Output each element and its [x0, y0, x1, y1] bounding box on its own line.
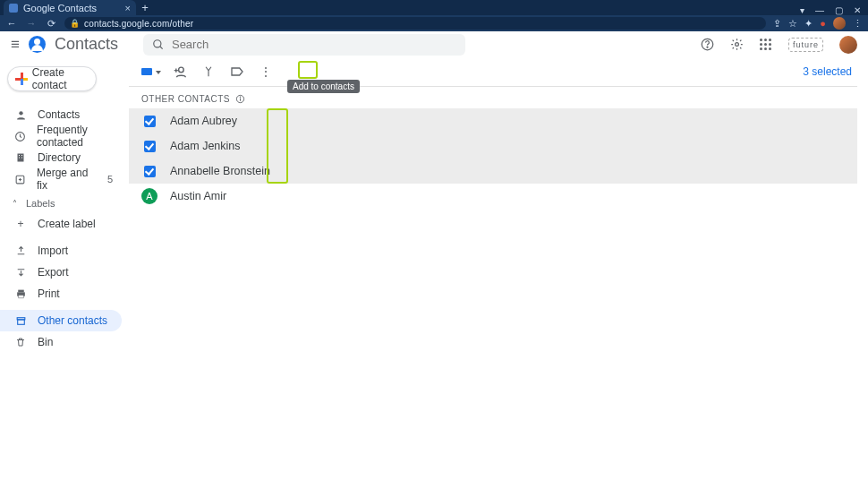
building-icon: [14, 152, 27, 163]
chevron-up-icon: ˄: [13, 199, 17, 209]
contact-row[interactable]: Adam Aubrey: [129, 108, 857, 133]
more-actions-button[interactable]: ⋮: [256, 62, 276, 82]
google-apps-icon[interactable]: [760, 39, 772, 51]
svg-rect-10: [19, 158, 20, 159]
tab-title: Google Contacts: [23, 3, 97, 13]
reload-icon[interactable]: ⟳: [45, 18, 57, 30]
browser-title-bar: Google Contacts × + ▾ — ▢ ✕: [0, 0, 868, 15]
minimize-icon[interactable]: —: [815, 5, 824, 15]
url-text: contacts.google.com/other: [84, 19, 193, 29]
sidebar-item-merge[interactable]: Merge and fix 5: [0, 168, 122, 190]
svg-rect-15: [18, 295, 22, 297]
merge-badge: 5: [107, 174, 122, 184]
window-controls: ▾ — ▢ ✕: [793, 5, 868, 15]
checkbox-checked-icon: [144, 166, 156, 177]
tab-favicon: [9, 4, 18, 13]
svg-rect-9: [21, 155, 22, 156]
svg-point-21: [240, 96, 241, 97]
row-checkbox[interactable]: [141, 116, 157, 127]
tooltip: Add to contacts: [287, 80, 360, 93]
extension-dot-icon[interactable]: ●: [820, 18, 826, 29]
merge-button[interactable]: [199, 62, 218, 82]
app-header: ≡ Contacts future: [0, 31, 868, 57]
sidebar-item-label: Other contacts: [38, 314, 107, 327]
nav-back-icon[interactable]: ←: [5, 18, 18, 29]
sidebar-item-label: Import: [38, 244, 68, 257]
bookmark-icon[interactable]: ☆: [788, 18, 797, 30]
browser-tab[interactable]: Google Contacts ×: [4, 0, 136, 15]
row-checkbox[interactable]: [141, 141, 157, 152]
sidebar-item-label: Create label: [38, 218, 96, 230]
sidebar-item-label: Print: [38, 287, 60, 300]
sidebar-item-frequent[interactable]: Frequently contacted: [0, 125, 122, 147]
avatar-initial: A: [141, 188, 157, 204]
svg-rect-17: [17, 319, 24, 323]
new-tab-button[interactable]: +: [136, 0, 154, 15]
extensions-icon[interactable]: ✦: [804, 18, 813, 30]
app-name: Contacts: [55, 35, 118, 54]
sidebar-item-export[interactable]: Export: [0, 262, 122, 283]
sidebar-item-label: Merge and fix: [37, 167, 97, 192]
sidebar-item-create-label[interactable]: + Create label: [0, 213, 122, 235]
search-input[interactable]: [172, 38, 456, 51]
create-contact-button[interactable]: Create contact: [7, 66, 97, 91]
labels-section-header[interactable]: ˄ Labels: [0, 193, 129, 213]
selection-count: 3 selected: [803, 65, 857, 78]
svg-point-0: [154, 39, 161, 47]
contacts-logo-icon: [29, 36, 46, 53]
list-header-text: OTHER CONTACTS: [141, 94, 230, 104]
maximize-icon[interactable]: ▢: [835, 5, 843, 15]
svg-point-4: [736, 43, 739, 47]
sidebar-item-label: Contacts: [38, 108, 80, 121]
row-checkbox[interactable]: [141, 166, 157, 177]
contact-name: Annabelle Bronstein: [170, 165, 270, 177]
settings-gear-icon[interactable]: [730, 38, 744, 51]
search-bar[interactable]: [143, 34, 465, 56]
account-avatar[interactable]: [839, 36, 857, 54]
nav-forward-icon[interactable]: →: [25, 18, 38, 29]
sidebar-item-label: Frequently contacted: [37, 124, 122, 149]
share-icon[interactable]: ⇪: [773, 18, 781, 30]
help-icon[interactable]: [701, 38, 714, 51]
print-icon: [14, 288, 27, 300]
sidebar-item-label: Bin: [38, 336, 53, 348]
contact-list: Adam Aubrey Adam Jenkins Annabelle Brons…: [129, 108, 857, 209]
checkbox-checked-icon: [144, 116, 156, 127]
future-chip[interactable]: future: [788, 38, 823, 52]
merge-icon: [14, 174, 26, 185]
tab-close-icon[interactable]: ×: [125, 3, 131, 13]
sidebar-item-other-contacts[interactable]: Other contacts: [0, 310, 122, 331]
add-to-contacts-button[interactable]: [170, 62, 190, 82]
tutorial-highlight-add: [298, 61, 318, 79]
omnibox[interactable]: 🔒 contacts.google.com/other: [64, 17, 766, 30]
contact-row[interactable]: Annabelle Bronstein: [129, 159, 857, 184]
profile-avatar-small[interactable]: [833, 17, 846, 30]
contact-row[interactable]: Adam Jenkins: [129, 133, 857, 159]
selection-toolbar: ⋮ Add to contacts 3 selected: [129, 57, 857, 87]
label-button[interactable]: [227, 62, 247, 82]
info-icon[interactable]: [235, 94, 245, 104]
sidebar-item-import[interactable]: Import: [0, 240, 122, 262]
kebab-menu-icon[interactable]: ⋮: [853, 18, 863, 30]
sidebar-item-contacts[interactable]: Contacts: [0, 104, 122, 125]
create-contact-label: Create contact: [32, 66, 96, 91]
plus-icon: [15, 73, 27, 85]
svg-rect-7: [18, 154, 24, 162]
select-all-toggle[interactable]: [141, 68, 161, 75]
content-pane: ⋮ Add to contacts 3 selected OTHER CONTA…: [129, 57, 868, 489]
svg-point-3: [707, 47, 708, 47]
sidebar-item-label: Export: [38, 266, 69, 279]
chevron-down-icon[interactable]: ▾: [800, 5, 804, 15]
close-window-icon[interactable]: ✕: [854, 5, 861, 15]
row-avatar[interactable]: A: [141, 188, 157, 204]
plus-small-icon: +: [14, 218, 27, 230]
indeterminate-checkbox-icon: [141, 68, 152, 75]
sidebar-item-directory[interactable]: Directory: [0, 147, 122, 168]
svg-point-5: [19, 111, 22, 115]
svg-rect-8: [19, 155, 20, 156]
sidebar-item-print[interactable]: Print: [0, 283, 122, 305]
main-menu-icon[interactable]: ≡: [11, 36, 20, 54]
sidebar-item-bin[interactable]: Bin: [0, 331, 122, 353]
contact-row[interactable]: A Austin Amir: [129, 184, 857, 209]
contact-name: Austin Amir: [170, 190, 226, 202]
